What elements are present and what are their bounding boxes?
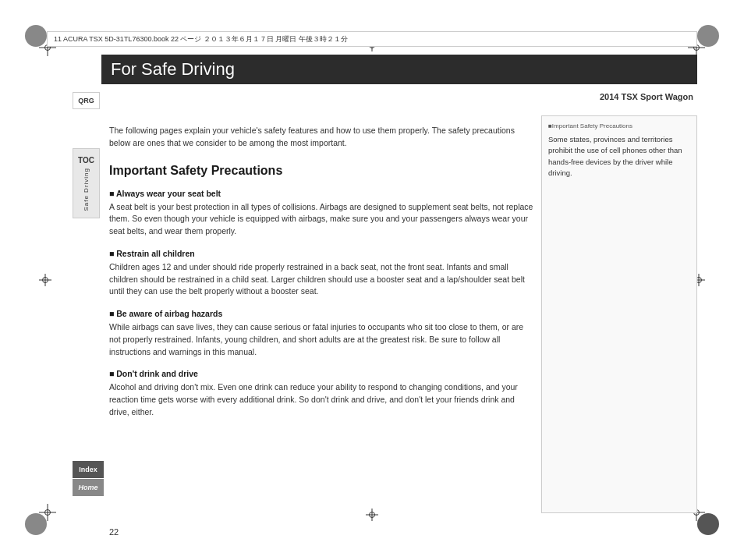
qrg-tab[interactable]: QRG [73, 92, 100, 109]
main-content: The following pages explain your vehicle… [109, 115, 533, 513]
home-tab[interactable]: Home [73, 479, 104, 496]
subsection-2: Restrain all children Children ages 12 a… [109, 249, 533, 298]
subsection-text-2: Children ages 12 and under should ride p… [109, 261, 533, 298]
subsection-1: Always wear your seat belt A seat belt i… [109, 189, 533, 238]
intro-text: The following pages explain your vehicle… [109, 125, 533, 150]
page-title: For Safe Driving [111, 59, 235, 80]
toc-label: TOC [78, 156, 94, 165]
subsection-title-2: Restrain all children [109, 249, 533, 258]
toc-tab[interactable]: TOC Safe Driving [73, 148, 100, 218]
subsection-title-4: Don't drink and drive [109, 369, 533, 378]
panel-title: ■Important Safety Precautions [548, 122, 690, 129]
section-title: Important Safety Precautions [109, 164, 533, 178]
title-section: For Safe Driving [101, 55, 697, 84]
vehicle-model: 2014 TSX Sport Wagon [600, 92, 693, 101]
subsection-4: Don't drink and drive Alcohol and drivin… [109, 369, 533, 418]
subsection-text-3: While airbags can save lives, they can c… [109, 321, 533, 358]
header-bar: 11 ACURA TSX 5D-31TL76300.book 22 ページ ２０… [47, 31, 697, 47]
header-file-path: 11 ACURA TSX 5D-31TL76300.book 22 ページ ２０… [54, 34, 348, 44]
subsection-3: Be aware of airbag hazards While airbags… [109, 309, 533, 358]
page-number: 22 [109, 527, 119, 537]
cross-mark-bl [39, 504, 56, 521]
panel-text: Some states, provinces and territories p… [548, 134, 690, 179]
qrg-label: QRG [78, 97, 94, 105]
index-label: Index [79, 466, 97, 473]
subsection-title-1: Always wear your seat belt [109, 189, 533, 198]
subsection-text-1: A seat belt is your best protection in a… [109, 201, 533, 238]
page: 11 ACURA TSX 5D-31TL76300.book 22 ページ ２０… [0, 0, 744, 560]
home-label: Home [78, 484, 97, 491]
right-panel: ■Important Safety Precautions Some state… [541, 115, 697, 513]
subsection-title-3: Be aware of airbag hazards [109, 309, 533, 318]
index-tab[interactable]: Index [73, 461, 104, 478]
subsection-text-4: Alcohol and driving don't mix. Even one … [109, 381, 533, 418]
cross-mark-left [39, 274, 51, 286]
toc-sub-label: Safe Driving [83, 168, 90, 211]
